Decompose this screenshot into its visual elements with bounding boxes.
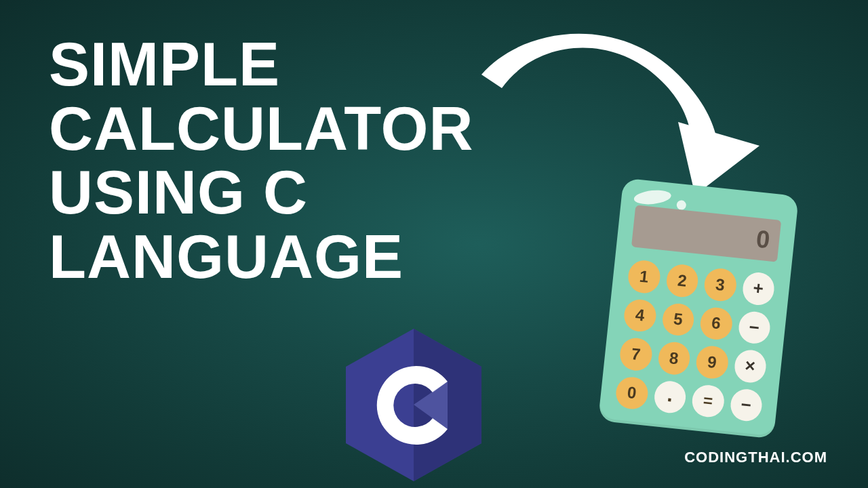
calculator-shine-dot	[676, 200, 686, 210]
title-line-2: CALCULATOR	[49, 97, 474, 161]
calc-key-3: 3	[703, 267, 737, 302]
page-title: SIMPLE CALCULATOR USING C LANGUAGE	[49, 33, 474, 289]
calc-key-9: 9	[694, 344, 729, 380]
calculator-illustration: 0 1 2 3 + 4 5 6 − 7 8 9 × 0 . = −	[598, 178, 799, 439]
calc-key-2: 2	[665, 263, 699, 298]
calc-key-6: 6	[698, 306, 733, 341]
c-language-logo-icon: C	[346, 329, 481, 481]
calc-key-minus-2: −	[729, 387, 764, 422]
calc-key-1: 1	[627, 259, 661, 294]
calc-key-dot: .	[652, 380, 687, 415]
calc-key-plus: +	[741, 271, 776, 306]
title-line-4: LANGUAGE	[49, 225, 474, 289]
calculator-shine	[633, 188, 672, 206]
calc-key-multiply: ×	[733, 348, 768, 384]
title-line-3: USING C	[49, 161, 474, 225]
website-label: CODINGTHAI.COM	[684, 449, 827, 466]
calculator-body: 0 1 2 3 + 4 5 6 − 7 8 9 × 0 . = −	[598, 178, 799, 439]
calc-key-7: 7	[618, 336, 653, 371]
title-line-1: SIMPLE	[49, 33, 474, 97]
calc-key-minus: −	[737, 310, 772, 345]
calculator-screen: 0	[631, 205, 781, 262]
calc-key-5: 5	[660, 302, 695, 337]
calc-key-4: 4	[623, 298, 657, 333]
calculator-keypad: 1 2 3 + 4 5 6 − 7 8 9 × 0 . = −	[614, 259, 776, 422]
calculator-display-value: 0	[755, 224, 771, 254]
curved-arrow-icon	[461, 20, 760, 197]
calc-key-equals: =	[690, 383, 725, 418]
calc-key-0: 0	[614, 375, 649, 411]
calc-key-8: 8	[656, 340, 691, 375]
